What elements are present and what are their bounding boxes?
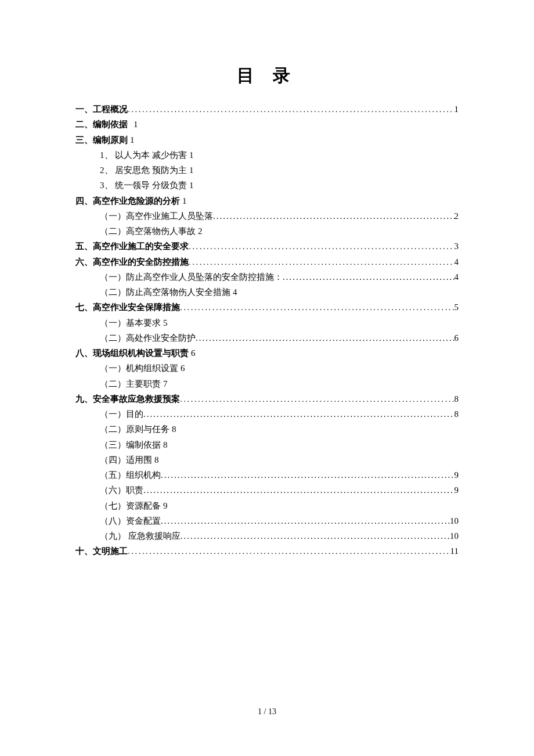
toc-entry: （六）职责9 <box>100 483 459 498</box>
toc-entry-page: 10 <box>450 528 459 543</box>
toc-entry-label: 十、文明施工 <box>75 543 128 559</box>
toc-entry-label: 七、高空作业安全保障措施 <box>75 300 180 315</box>
toc-entry-page: 6 <box>191 345 196 361</box>
toc-entry: （九） 应急救援响应10 <box>100 528 459 543</box>
toc-entry-label: （一）防止高空作业人员坠落的安全防控措施： <box>100 269 283 285</box>
toc-entry: （一）基本要求5 <box>100 315 459 330</box>
toc-entry-page: 9 <box>163 498 168 513</box>
toc-entry-page: 1 <box>182 193 187 208</box>
toc-entry-label: 四、高空作业危险源的分析 <box>75 193 180 208</box>
toc-entry: 十、文明施工11 <box>75 543 459 559</box>
toc-entry-label: （二）防止高空落物伤人安全措施 <box>100 285 230 300</box>
toc-leader-dots <box>180 300 454 315</box>
toc-entry: （二）主要职责7 <box>100 376 459 391</box>
toc-entry: 八、现场组织机构设置与职责6 <box>75 345 459 361</box>
toc-entry-page: 2 <box>198 224 203 239</box>
toc-leader-dots <box>189 254 454 269</box>
toc-entry-label: （四）适用围 <box>100 452 152 467</box>
toc-entry-page: 1 <box>189 147 194 163</box>
toc-entry-label: （九） 应急救援响应 <box>100 528 181 543</box>
toc-entry-page: 1 <box>189 178 194 193</box>
toc-entry: 六、高空作业的安全防控措施4 <box>75 254 459 269</box>
toc-entry: 一、工程概况1 <box>75 102 459 117</box>
toc-entry-page: 4 <box>454 254 459 269</box>
toc-entry-page: 10 <box>450 513 459 528</box>
toc-leader-dots <box>161 467 454 483</box>
toc-entry: 3、 统一领导 分级负责1 <box>100 178 459 193</box>
toc-entry-page: 8 <box>163 437 168 452</box>
toc-entry: （八）资金配置10 <box>100 513 459 528</box>
toc-entry-label: （一）基本要求 <box>100 315 161 330</box>
toc-entry: 2、 居安思危 预防为主1 <box>100 163 459 178</box>
toc-entry-page: 4 <box>233 285 237 300</box>
toc-entry: （七）资源配备9 <box>100 498 459 513</box>
toc-entry: 1、 以人为本 减少伤害1 <box>100 147 459 163</box>
toc-entry: （二）高空落物伤人事故2 <box>100 224 459 239</box>
toc-entry-page: 11 <box>450 543 459 559</box>
toc-entry-page: 6 <box>181 361 185 376</box>
toc-entry: （四）适用围8 <box>100 452 459 467</box>
toc-entry: （三）编制依据8 <box>100 437 459 452</box>
toc-entry-label: 2、 居安思危 预防为主 <box>100 163 187 178</box>
table-of-contents: 一、工程概况1二、编制依据1三、编制原则11、 以人为本 减少伤害12、 居安思… <box>75 102 459 559</box>
toc-entry-page: 4 <box>454 269 459 285</box>
toc-leader-dots <box>181 528 450 543</box>
toc-leader-dots <box>283 269 454 285</box>
toc-entry: （一）目的8 <box>100 406 459 422</box>
toc-entry-page: 6 <box>454 330 459 345</box>
toc-entry-label: （二）高空落物伤人事故 <box>100 224 196 239</box>
toc-entry: （一）高空作业施工人员坠落2 <box>100 208 459 224</box>
toc-entry-label: （三）编制依据 <box>100 437 161 452</box>
toc-entry: 三、编制原则1 <box>75 132 459 147</box>
toc-entry-page: 2 <box>454 208 459 224</box>
toc-entry-label: （一）高空作业施工人员坠落 <box>100 208 213 224</box>
toc-entry-label: 一、工程概况 <box>75 102 128 117</box>
toc-leader-dots <box>196 330 454 345</box>
toc-entry-label: 1、 以人为本 减少伤害 <box>100 147 187 163</box>
toc-entry-page: 1 <box>130 132 135 147</box>
toc-entry-page: 8 <box>454 391 459 406</box>
toc-entry: （二）原则与任务8 <box>100 422 459 437</box>
toc-entry: （一）机构组织设置6 <box>100 361 459 376</box>
toc-entry-label: 三、编制原则 <box>75 132 128 147</box>
toc-entry-page: 1 <box>189 163 194 178</box>
toc-leader-dots <box>128 543 450 559</box>
toc-entry-label: 八、现场组织机构设置与职责 <box>75 345 189 361</box>
toc-entry-page: 8 <box>454 406 459 422</box>
toc-entry-label: （八）资金配置 <box>100 513 161 528</box>
toc-entry-label: （二）主要职责 <box>100 376 161 391</box>
page-footer: 1 / 13 <box>0 707 534 717</box>
toc-leader-dots <box>189 239 454 254</box>
toc-title: 目 录 <box>75 64 459 88</box>
toc-entry-page: 5 <box>163 315 168 330</box>
toc-entry-page: 1 <box>454 102 459 117</box>
document-page: 目 录 一、工程概况1二、编制依据1三、编制原则11、 以人为本 减少伤害12、… <box>0 0 534 559</box>
toc-entry-page: 9 <box>454 467 459 483</box>
toc-entry: （一）防止高空作业人员坠落的安全防控措施：4 <box>100 269 459 285</box>
toc-leader-dots <box>143 406 454 422</box>
toc-leader-dots <box>180 391 454 406</box>
toc-entry-label: （一）机构组织设置 <box>100 361 178 376</box>
toc-entry-page: 7 <box>163 376 168 391</box>
toc-entry-page: 5 <box>454 300 459 315</box>
toc-entry-label: （五）组织机构 <box>100 467 161 483</box>
toc-entry-label: （二）高处作业安全防护 <box>100 330 196 345</box>
toc-entry-page: 9 <box>454 483 459 498</box>
toc-entry-label: 五、高空作业施工的安全要求 <box>75 239 189 254</box>
toc-entry-page: 8 <box>154 452 159 467</box>
toc-entry-label: （六）职责 <box>100 483 143 498</box>
toc-entry-page: 8 <box>172 422 176 437</box>
toc-entry-page: 1 <box>134 117 138 132</box>
toc-leader-dots <box>143 483 454 498</box>
toc-entry: 七、高空作业安全保障措施5 <box>75 300 459 315</box>
toc-entry-label: 六、高空作业的安全防控措施 <box>75 254 189 269</box>
toc-entry-label: 二、编制依据 <box>75 117 128 132</box>
toc-entry: 四、高空作业危险源的分析1 <box>75 193 459 208</box>
toc-entry-label: （二）原则与任务 <box>100 422 169 437</box>
toc-entry: 九、安全事故应急救援预案8 <box>75 391 459 406</box>
toc-entry: 二、编制依据1 <box>75 117 459 132</box>
toc-entry-label: 九、安全事故应急救援预案 <box>75 391 180 406</box>
toc-entry: （二）防止高空落物伤人安全措施4 <box>100 285 459 300</box>
toc-leader-dots <box>128 102 454 117</box>
toc-entry: 五、高空作业施工的安全要求3 <box>75 239 459 254</box>
